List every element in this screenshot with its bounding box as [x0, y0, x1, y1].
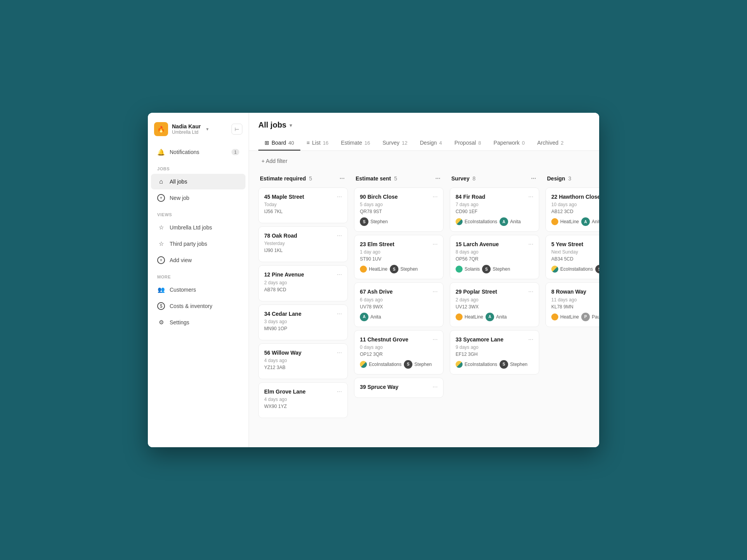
assignee: S Stephen	[404, 360, 432, 369]
company-dot	[456, 313, 463, 320]
sidebar-item-settings[interactable]: ⚙ Settings	[151, 315, 245, 330]
job-card[interactable]: 56 Willow Way ··· 4 days ago YZ12 3AB	[258, 343, 348, 379]
customers-label: Customers	[170, 287, 196, 293]
card-menu-button[interactable]: ···	[528, 336, 533, 343]
tab-proposal-label: Proposal	[454, 140, 476, 146]
job-card[interactable]: 12 Pine Avenue ··· 2 days ago AB78 9CD	[258, 265, 348, 301]
tab-list[interactable]: ≡ List 16	[300, 136, 335, 150]
sidebar-item-add-view[interactable]: + Add view	[151, 252, 245, 268]
tab-proposal[interactable]: Proposal 8	[448, 136, 487, 150]
job-card[interactable]: 34 Cedar Lane ··· 3 days ago MN90 1OP	[258, 304, 348, 340]
job-card[interactable]: 45 Maple Street ··· Today IJ56 7KL	[258, 187, 348, 223]
job-card[interactable]: 8 Rowan Way ··· 11 days ago KL78 9MN Hea…	[545, 282, 599, 327]
job-card[interactable]: 84 Fir Road ··· 7 days ago CD90 1EF EcoI…	[450, 187, 539, 232]
add-view-label: Add view	[170, 257, 192, 263]
job-card[interactable]: Elm Grove Lane ··· 4 days ago WX90 1YZ	[258, 382, 348, 418]
card-menu-button[interactable]: ···	[433, 241, 438, 248]
card-menu-button[interactable]: ···	[433, 383, 438, 390]
job-address: 78 Oak Road	[264, 232, 297, 239]
card-menu-button[interactable]: ···	[433, 336, 438, 343]
tab-archived-count: 2	[561, 140, 563, 146]
column-title-design: Design 3	[547, 175, 571, 182]
company-badge: HeatLine	[551, 313, 579, 320]
card-menu-button[interactable]: ···	[337, 349, 342, 356]
job-card[interactable]: 5 Yew Street ··· Next Sunday AB34 5CD Ec…	[545, 235, 599, 279]
job-assignees: EcoInstallations S Stephen	[360, 360, 438, 369]
sidebar-item-new-job[interactable]: + New job	[151, 190, 245, 206]
board-area: Estimate required 5 ··· 45 Maple Street …	[249, 171, 599, 447]
job-address: 29 Poplar Street	[456, 288, 497, 295]
sidebar-item-third-party-jobs[interactable]: ☆ Third party jobs	[151, 236, 245, 252]
card-menu-button[interactable]: ···	[337, 271, 342, 278]
tab-estimate[interactable]: Estimate 16	[335, 136, 376, 150]
tab-design[interactable]: Design 4	[414, 136, 448, 150]
job-assignees: HeatLine P Paul	[551, 313, 599, 321]
avatar: S	[482, 265, 491, 273]
tab-paperwork[interactable]: Paperwork 0	[487, 136, 531, 150]
chevron-down-icon: ▾	[206, 126, 209, 132]
sidebar-toggle-button[interactable]: ⊢	[231, 124, 242, 135]
jobs-section-label: JOBS	[148, 160, 249, 173]
main-content: All jobs ▾ ⊞ Board 40 ≡ List 16 Estimate…	[249, 113, 599, 447]
job-postcode: UV78 9WX	[360, 304, 438, 310]
assignee: A Anita	[360, 313, 381, 321]
company-badge: HeatLine	[456, 313, 483, 320]
job-date: 2 days ago	[456, 297, 533, 303]
job-card[interactable]: 78 Oak Road ··· Yesterday IJ90 1KL	[258, 226, 348, 262]
company-dot	[360, 266, 367, 273]
card-menu-button[interactable]: ···	[433, 288, 438, 295]
column-menu-button[interactable]: ···	[434, 174, 442, 183]
job-card[interactable]: 33 Sycamore Lane ··· 9 days ago EF12 3GH…	[450, 330, 539, 374]
tab-survey[interactable]: Survey 12	[376, 136, 414, 150]
card-menu-button[interactable]: ···	[528, 241, 533, 248]
job-card[interactable]: 11 Chestnut Grove ··· 0 days ago OP12 3Q…	[354, 330, 444, 374]
job-assignees: EcoInstallations S Stephen	[551, 265, 599, 273]
sidebar-item-all-jobs[interactable]: ⌂ All jobs	[151, 174, 245, 189]
user-info[interactable]: 🔥 Nadia Kaur Umbrella Ltd ▾	[154, 122, 209, 136]
sidebar-item-umbrella-jobs[interactable]: ☆ Umbrella Ltd jobs	[151, 220, 245, 235]
job-card[interactable]: 22 Hawthorn Close ··· 10 days ago AB12 3…	[545, 187, 599, 232]
card-menu-button[interactable]: ···	[433, 193, 438, 200]
filter-row: + Add filter	[249, 151, 599, 171]
assignee-name: Anita	[370, 314, 381, 320]
job-card[interactable]: 15 Larch Avenue ··· 8 days ago OP56 7QR …	[450, 235, 539, 279]
card-menu-button[interactable]: ···	[337, 232, 342, 239]
company-dot	[456, 266, 463, 273]
company-dot	[456, 218, 463, 225]
card-menu-button[interactable]: ···	[528, 288, 533, 295]
card-menu-button[interactable]: ···	[528, 193, 533, 200]
sidebar-item-costs-inventory[interactable]: $ Costs & inventory	[151, 298, 245, 314]
card-menu-button[interactable]: ···	[337, 388, 342, 395]
job-card[interactable]: 23 Elm Street ··· 1 day ago ST90 1UV Hea…	[354, 235, 444, 279]
job-date: 6 days ago	[360, 297, 438, 303]
sidebar-item-customers[interactable]: 👥 Customers	[151, 282, 245, 298]
job-date: Today	[264, 202, 342, 207]
page-title-chevron-icon[interactable]: ▾	[289, 122, 292, 128]
job-card[interactable]: 29 Poplar Street ··· 2 days ago UV12 3WX…	[450, 282, 539, 327]
job-assignees: EcoInstallations S Stephen	[456, 360, 533, 369]
card-menu-button[interactable]: ···	[337, 193, 342, 200]
avatar: A	[581, 217, 590, 226]
company-dot	[360, 361, 367, 368]
avatar: S	[500, 360, 508, 369]
job-card[interactable]: 90 Birch Close ··· 5 days ago QR78 9ST S…	[354, 187, 444, 232]
assignee-name: Anita	[496, 314, 507, 320]
column-header-design: Design 3 ···	[545, 171, 599, 187]
card-menu-button[interactable]: ···	[337, 310, 342, 317]
column-menu-button[interactable]: ···	[338, 174, 346, 183]
user-company: Umbrella Ltd	[172, 130, 201, 135]
job-address: Elm Grove Lane	[264, 388, 306, 395]
board-icon: ⊞	[265, 140, 269, 146]
assignee-name: Stephen	[400, 266, 418, 272]
column-menu-button[interactable]: ···	[530, 174, 538, 183]
job-assignees: EcoInstallations A Anita	[456, 217, 533, 226]
job-card[interactable]: 67 Ash Drive ··· 6 days ago UV78 9WX A A…	[354, 282, 444, 327]
sidebar-item-notifications[interactable]: 🔔 Notifications 1	[151, 144, 245, 160]
add-filter-button[interactable]: + Add filter	[258, 156, 291, 166]
company-name: HeatLine	[560, 314, 579, 320]
tab-survey-count: 12	[402, 140, 407, 146]
avatar: A	[486, 313, 494, 321]
job-card[interactable]: 39 Spruce Way ···	[354, 378, 444, 398]
tab-board[interactable]: ⊞ Board 40	[258, 136, 300, 150]
tab-archived[interactable]: Archived 2	[531, 136, 570, 150]
